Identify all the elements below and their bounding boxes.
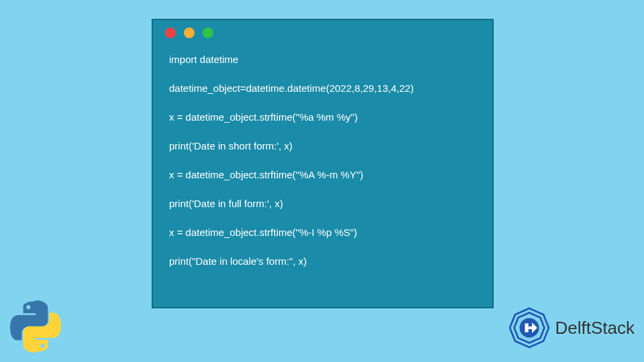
- code-line: print('Date in full form:', x): [169, 196, 476, 210]
- close-icon[interactable]: [165, 27, 176, 38]
- code-line: import datetime: [169, 52, 476, 66]
- code-line: print('Date in short form:', x): [169, 139, 476, 153]
- brand-name: DelftStack: [555, 318, 635, 339]
- minimize-icon[interactable]: [184, 27, 195, 38]
- python-logo-icon: [9, 300, 62, 353]
- code-line: datetime_object=datetime.datetime(2022,8…: [169, 81, 476, 95]
- code-body: import datetime datetime_object=datetime…: [153, 46, 492, 268]
- svg-marker-3: [525, 323, 528, 332]
- window-titlebar: [153, 20, 492, 46]
- maximize-icon[interactable]: [203, 27, 213, 38]
- delftstack-brand: DelftStack: [507, 306, 635, 350]
- code-window: import datetime datetime_object=datetime…: [152, 19, 494, 308]
- code-line: print("Date in locale's form:", x): [169, 254, 476, 268]
- code-line: x = datetime_object.strftime("%-I %p %S"…: [169, 225, 476, 239]
- delftstack-logo-icon: [507, 306, 551, 350]
- svg-rect-5: [528, 326, 533, 329]
- code-line: x = datetime_object.strftime("%A %-m %Y"…: [169, 168, 476, 182]
- code-line: x = datetime_object.strftime("%a %m %y"): [169, 110, 476, 124]
